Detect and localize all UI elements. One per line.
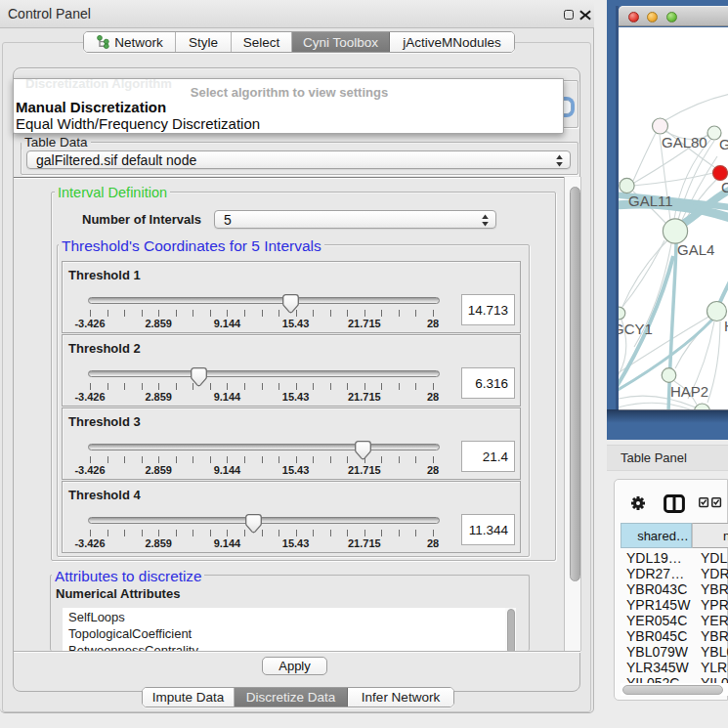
svg-text:HAP: HAP: [724, 318, 728, 334]
svg-text:GAL11: GAL11: [628, 193, 673, 209]
svg-text:GAL80: GAL80: [662, 134, 707, 150]
svg-text:GAL3: GAL3: [719, 136, 728, 152]
svg-text:GCY1: GCY1: [619, 321, 653, 337]
svg-text:HAP2: HAP2: [670, 383, 708, 400]
svg-text:GAL4: GAL4: [677, 241, 714, 258]
svg-text:CDC: CDC: [721, 179, 728, 195]
